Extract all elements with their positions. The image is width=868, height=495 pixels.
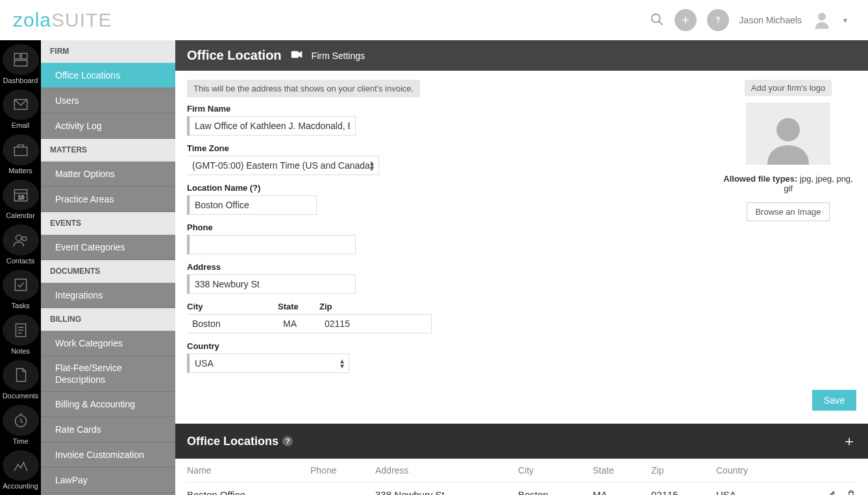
help-icon[interactable]: ?: [707, 9, 729, 31]
phone-input[interactable]: [190, 235, 356, 254]
rail-label: Matters: [8, 167, 32, 175]
subnav-heading: MATTERS: [41, 139, 175, 162]
firm-name-input[interactable]: [190, 116, 356, 136]
rail-documents[interactable]: [3, 360, 39, 391]
svg-rect-10: [14, 147, 27, 155]
username-label: Jason Michaels: [739, 15, 802, 25]
app-logo: zolaSUITE: [13, 9, 112, 31]
svg-rect-6: [14, 53, 20, 59]
cell-address: 338 Newbury St: [375, 489, 518, 495]
phone-label: Phone: [187, 223, 525, 232]
delete-icon[interactable]: [846, 489, 856, 495]
subnav-lawpay[interactable]: LawPay: [41, 468, 175, 493]
subnav-flat-fee[interactable]: Flat-Fee/Service Descriptions: [41, 356, 175, 392]
col-state: State: [593, 465, 651, 476]
avatar-icon[interactable]: [812, 10, 832, 30]
logo-placeholder[interactable]: [746, 103, 830, 165]
rail-email[interactable]: [3, 90, 39, 121]
zip-input[interactable]: [319, 314, 432, 333]
svg-text:13: 13: [18, 194, 24, 200]
subnav-work-categories[interactable]: Work Categories: [41, 331, 175, 356]
rail-matters[interactable]: [3, 134, 39, 165]
subnav-heading: BILLING: [41, 308, 175, 331]
add-icon[interactable]: [675, 9, 697, 31]
address-input[interactable]: [190, 274, 356, 294]
rail-tasks[interactable]: [3, 270, 39, 301]
time-zone-select[interactable]: (GMT-05:00) Eastern Time (US and Canada): [187, 156, 379, 175]
subnav-practice-areas[interactable]: Practice Areas: [41, 187, 175, 212]
svg-point-5: [818, 13, 826, 21]
edit-icon[interactable]: [826, 489, 837, 495]
svg-point-15: [22, 236, 26, 241]
subnav-rate-cards[interactable]: Rate Cards: [41, 417, 175, 442]
browse-image-button[interactable]: Browse an Image: [747, 202, 829, 221]
top-bar: zolaSUITE ? Jason Michaels ▼: [0, 0, 868, 40]
page-header: Office Location Firm Settings: [175, 40, 868, 71]
cell-phone: [310, 489, 375, 495]
svg-rect-8: [14, 60, 27, 66]
svg-line-1: [658, 21, 662, 25]
main-panel: Office Location Firm Settings This will …: [175, 40, 868, 495]
address-label: Address: [187, 262, 525, 272]
chevron-down-icon[interactable]: ▼: [842, 17, 849, 24]
rail-accounting[interactable]: [3, 450, 39, 481]
subnav-users[interactable]: Users: [41, 88, 175, 114]
city-label: City: [187, 302, 269, 311]
subnav-event-categories[interactable]: Event Categories: [41, 235, 175, 260]
subnav-invoice-customization[interactable]: Invoice Customization: [41, 442, 175, 468]
rail-calendar[interactable]: 13: [3, 180, 39, 211]
subnav-billing-accounting[interactable]: Billing & Accounting: [41, 392, 175, 417]
col-phone: Phone: [310, 465, 375, 476]
allowed-file-types: Allowed file types: jpg, jpeg, png, gif: [720, 174, 856, 193]
settings-subnav: FIRM Office Locations Users Activity Log…: [41, 40, 175, 495]
nav-rail: Dashboard Email Matters 13 Calendar Cont…: [0, 40, 41, 495]
list-title: Office Locations: [187, 435, 279, 448]
rail-dashboard[interactable]: [3, 44, 39, 75]
subnav-heading: EVENTS: [41, 212, 175, 235]
col-country: Country: [716, 465, 794, 476]
form-hint: This will be the address that shows on y…: [187, 80, 420, 97]
rail-label: Documents: [3, 392, 39, 400]
add-location-button[interactable]: ＋: [842, 431, 856, 451]
col-address: Address: [375, 465, 518, 476]
save-button[interactable]: Save: [812, 390, 856, 411]
logo-text-right: SUITE: [51, 9, 112, 30]
country-select[interactable]: USA: [190, 354, 349, 373]
subnav-activity-log[interactable]: Activity Log: [41, 114, 175, 139]
logo-column: Add your firm's logo Allowed file types:…: [720, 80, 856, 381]
help-badge-icon[interactable]: ?: [282, 436, 293, 446]
locations-table: Name Phone Address City State Zip Countr…: [175, 459, 868, 495]
country-label: Country: [187, 341, 525, 351]
subnav-matter-options[interactable]: Matter Options: [41, 162, 175, 187]
rail-label: Calendar: [6, 211, 35, 219]
table-header: Name Phone Address City State Zip Countr…: [187, 459, 856, 483]
cell-zip: 02115: [651, 489, 716, 495]
subnav-office-locations[interactable]: Office Locations: [41, 63, 175, 88]
rail-label: Dashboard: [3, 77, 38, 84]
svg-rect-16: [15, 280, 26, 291]
location-name-input[interactable]: [190, 195, 317, 215]
svg-rect-7: [21, 53, 27, 59]
col-zip: Zip: [651, 465, 716, 476]
cell-city: Boston: [518, 489, 593, 495]
col-name: Name: [187, 465, 310, 476]
rail-label: Time: [12, 437, 28, 445]
video-icon[interactable]: [291, 50, 303, 61]
top-right: ? Jason Michaels ▼: [650, 9, 849, 31]
subnav-integrations[interactable]: Integrations: [41, 283, 175, 308]
cell-name: Boston Office: [187, 489, 310, 495]
search-icon[interactable]: [650, 12, 664, 29]
svg-point-14: [16, 235, 21, 241]
rail-notes[interactable]: [3, 315, 39, 346]
zip-label: Zip: [319, 302, 355, 311]
svg-rect-22: [291, 51, 298, 58]
rail-contacts[interactable]: [3, 224, 39, 256]
rail-time[interactable]: [3, 405, 39, 436]
rail-label: Notes: [11, 347, 30, 355]
form-column: This will be the address that shows on y…: [187, 80, 525, 381]
rail-label: Accounting: [3, 482, 38, 490]
logo-hint: Add your firm's logo: [745, 80, 832, 96]
svg-point-23: [776, 118, 800, 141]
breadcrumb: Firm Settings: [312, 51, 365, 61]
firm-name-label: Firm Name: [187, 104, 525, 114]
